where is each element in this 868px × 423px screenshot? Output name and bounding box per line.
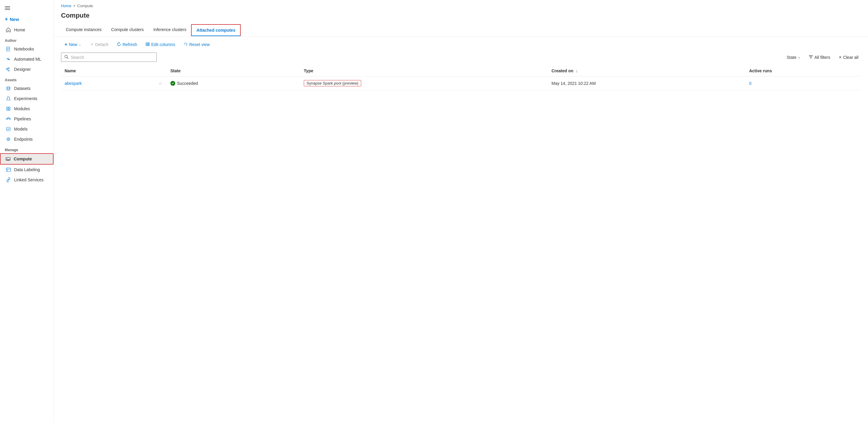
sidebar-item-notebooks[interactable]: Notebooks xyxy=(0,44,54,54)
state-chevron-icon: ⌄ xyxy=(798,55,800,59)
search-input[interactable] xyxy=(71,55,153,60)
filter-right: State ⌄ All filters ✕ Clear all xyxy=(784,53,861,62)
tab-inference-clusters[interactable]: Inference clusters xyxy=(149,24,191,36)
cell-name: abespark xyxy=(61,76,155,90)
breadcrumb: Home > Compute xyxy=(54,0,868,10)
compute-icon xyxy=(5,156,11,162)
svg-point-13 xyxy=(7,87,10,88)
new-button[interactable]: + New ⌄ xyxy=(61,40,85,49)
svg-rect-30 xyxy=(7,160,9,160)
svg-rect-15 xyxy=(7,107,8,108)
sidebar-item-modules[interactable]: Modules xyxy=(0,104,54,114)
svg-rect-0 xyxy=(5,6,10,7)
pipelines-icon xyxy=(6,116,11,122)
edit-columns-button[interactable]: Edit columns xyxy=(142,40,179,49)
breadcrumb-current: Compute xyxy=(77,4,93,8)
new-chevron-icon: ⌄ xyxy=(79,43,81,46)
sidebar-new-button[interactable]: + New xyxy=(0,14,54,25)
svg-rect-19 xyxy=(6,118,7,120)
tab-compute-instances[interactable]: Compute instances xyxy=(61,24,106,36)
star-icon[interactable]: ☆ xyxy=(158,81,162,86)
svg-rect-24 xyxy=(7,127,10,131)
endpoints-icon xyxy=(6,136,11,142)
manage-section-label: Manage xyxy=(0,144,54,153)
svg-line-39 xyxy=(67,58,68,59)
all-filters-button[interactable]: All filters xyxy=(806,53,833,62)
automated-ml-icon xyxy=(6,57,11,62)
refresh-button[interactable]: Refresh xyxy=(113,40,141,49)
assets-section-label: Assets xyxy=(0,74,54,83)
search-box[interactable] xyxy=(61,53,157,62)
search-filter-row: State ⌄ All filters ✕ Clear all xyxy=(54,53,868,65)
home-icon xyxy=(6,27,11,33)
sidebar: + New Home Author Notebooks Automated ML… xyxy=(0,0,54,423)
svg-line-22 xyxy=(7,118,8,119)
svg-rect-8 xyxy=(6,68,7,70)
sidebar-item-pipelines[interactable]: Pipelines xyxy=(0,114,54,124)
datasets-icon xyxy=(6,86,11,91)
sidebar-item-home[interactable]: Home xyxy=(0,25,54,35)
author-section-label: Author xyxy=(0,35,54,44)
sidebar-item-data-labeling[interactable]: Data Labeling xyxy=(0,165,54,175)
page-title: Compute xyxy=(61,12,861,20)
notebooks-icon xyxy=(6,46,11,52)
refresh-icon xyxy=(117,42,121,47)
sidebar-item-compute[interactable]: Compute xyxy=(0,153,54,165)
type-badge: Synapse Spark pool (preview) xyxy=(304,80,361,86)
col-header-active-runs: Active runs xyxy=(745,65,861,76)
sidebar-header xyxy=(0,2,54,14)
detach-icon xyxy=(89,42,94,47)
svg-line-23 xyxy=(9,118,9,119)
active-runs-link[interactable]: 0 xyxy=(749,81,751,86)
edit-columns-icon xyxy=(146,42,150,47)
detach-button[interactable]: Detach xyxy=(86,40,112,49)
breadcrumb-home-link[interactable]: Home xyxy=(61,4,71,8)
cell-state: Succeeded xyxy=(167,76,300,90)
search-icon xyxy=(64,55,68,60)
sidebar-item-experiments[interactable]: Experiments xyxy=(0,94,54,104)
svg-rect-37 xyxy=(149,43,150,46)
svg-rect-21 xyxy=(9,118,10,120)
plus-icon: + xyxy=(5,16,8,23)
tab-compute-clusters[interactable]: Compute clusters xyxy=(106,24,149,36)
sidebar-item-datasets[interactable]: Datasets xyxy=(0,83,54,94)
svg-point-25 xyxy=(7,138,10,141)
sidebar-item-automated-ml[interactable]: Automated ML xyxy=(0,54,54,64)
cell-star: ☆ xyxy=(155,76,167,90)
tab-attached-computes[interactable]: Attached computes xyxy=(191,24,241,36)
svg-rect-9 xyxy=(8,67,9,69)
compute-table: Name State Type Created on ↓ Active runs xyxy=(61,65,861,90)
cell-created-on: May 14, 2021 10:22 AM xyxy=(548,76,745,90)
experiments-icon xyxy=(6,96,11,101)
designer-icon xyxy=(6,67,11,72)
col-header-name: Name xyxy=(61,65,155,76)
table-header-row: Name State Type Created on ↓ Active runs xyxy=(61,65,861,76)
col-header-created-on: Created on ↓ xyxy=(548,65,745,76)
sidebar-item-models[interactable]: Models xyxy=(0,124,54,134)
svg-rect-32 xyxy=(6,168,10,171)
reset-view-button[interactable]: Reset view xyxy=(180,40,213,49)
hamburger-icon[interactable] xyxy=(5,5,10,12)
models-icon xyxy=(6,126,11,132)
svg-rect-16 xyxy=(9,107,10,108)
svg-rect-10 xyxy=(8,70,9,71)
sidebar-item-designer[interactable]: Designer xyxy=(0,64,54,74)
reset-view-icon xyxy=(184,42,188,47)
svg-rect-35 xyxy=(146,43,147,46)
state-filter-button[interactable]: State ⌄ xyxy=(784,53,803,62)
sidebar-item-linked-services[interactable]: Linked Services xyxy=(0,175,54,185)
main-content: Home > Compute Compute Compute instances… xyxy=(54,0,868,423)
svg-rect-17 xyxy=(7,109,8,110)
new-plus-icon: + xyxy=(65,42,67,47)
tabs-container: Compute instances Compute clusters Infer… xyxy=(54,24,868,36)
col-header-state: State xyxy=(167,65,300,76)
sidebar-item-endpoints[interactable]: Endpoints xyxy=(0,134,54,144)
clear-all-button[interactable]: ✕ Clear all xyxy=(836,53,861,62)
compute-name-link[interactable]: abespark xyxy=(65,81,82,86)
svg-point-31 xyxy=(7,158,7,159)
svg-rect-18 xyxy=(9,109,10,110)
svg-point-26 xyxy=(8,139,9,140)
sort-icon: ↓ xyxy=(576,68,578,73)
state-filter-label: State xyxy=(787,55,797,60)
col-header-star xyxy=(155,65,167,76)
